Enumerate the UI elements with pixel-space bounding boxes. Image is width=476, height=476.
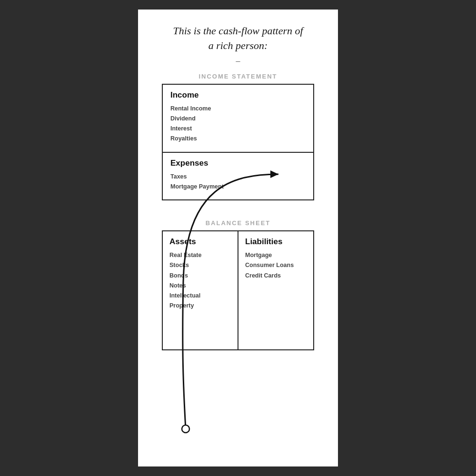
income-section: Income Rental Income Dividend Interest R…	[163, 85, 313, 153]
income-item-rental: Rental Income	[170, 104, 306, 114]
expenses-title: Expenses	[170, 159, 306, 168]
liabilities-col: Liabilities Mortgage Consumer Loans Cred…	[238, 231, 313, 349]
liability-mortgage: Mortgage	[245, 250, 307, 260]
balance-sheet-box: Assets Real Estate Stocks Bonds Notes In…	[162, 230, 314, 350]
liability-credit-cards: Credit Cards	[245, 271, 307, 281]
income-statement-box: Income Rental Income Dividend Interest R…	[162, 84, 314, 201]
assets-title: Assets	[169, 237, 231, 247]
assets-col: Assets Real Estate Stocks Bonds Notes In…	[163, 231, 238, 349]
income-title: Income	[170, 90, 306, 100]
expense-item-mortgage-payment: Mortgage Payment	[170, 182, 306, 192]
page-card: This is the cash-flow pattern of a rich …	[138, 10, 338, 466]
main-title: This is the cash-flow pattern of a rich …	[173, 24, 303, 53]
title-dash: –	[236, 56, 240, 66]
liabilities-title: Liabilities	[245, 237, 307, 247]
income-item-royalties: Royalties	[170, 134, 306, 144]
liability-consumer-loans: Consumer Loans	[245, 260, 307, 270]
asset-property: Property	[169, 301, 231, 311]
liabilities-items: Mortgage Consumer Loans Credit Cards	[245, 250, 307, 281]
asset-notes: Notes	[169, 281, 231, 291]
assets-items: Real Estate Stocks Bonds Notes Intellect…	[169, 250, 231, 311]
expenses-section: Expenses Taxes Mortgage Payment	[163, 153, 313, 200]
svg-point-1	[182, 425, 189, 433]
income-statement-label: INCOME STATEMENT	[198, 73, 277, 80]
asset-real-estate: Real Estate	[169, 250, 231, 260]
asset-intellectual: Intellectual	[169, 291, 231, 301]
diagram-wrapper: INCOME STATEMENT Income Rental Income Di…	[138, 73, 338, 350]
income-items: Rental Income Dividend Interest Royaltie…	[170, 104, 306, 144]
expense-item-taxes: Taxes	[170, 172, 306, 182]
expenses-items: Taxes Mortgage Payment	[170, 172, 306, 192]
asset-stocks: Stocks	[169, 260, 231, 270]
income-item-dividend: Dividend	[170, 114, 306, 124]
asset-bonds: Bonds	[169, 271, 231, 281]
income-item-interest: Interest	[170, 124, 306, 134]
balance-sheet-label: BALANCE SHEET	[206, 219, 271, 227]
